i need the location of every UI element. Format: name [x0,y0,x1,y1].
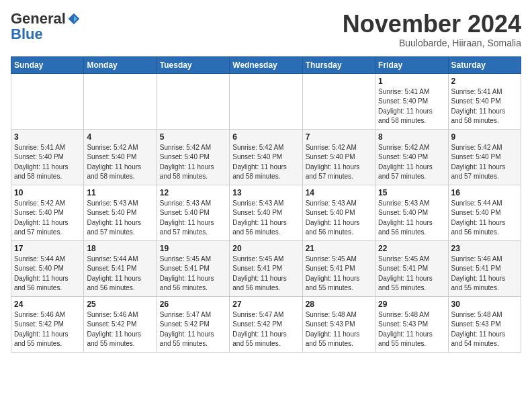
day-info: Sunrise: 5:42 AM Sunset: 5:40 PM Dayligh… [306,143,372,182]
day-info: Sunrise: 5:41 AM Sunset: 5:40 PM Dayligh… [14,143,81,182]
day-number: 17 [14,244,81,253]
day-number: 27 [232,300,299,309]
calendar-cell: 23Sunrise: 5:46 AM Sunset: 5:41 PM Dayli… [448,240,521,296]
day-number: 28 [306,300,372,309]
calendar-week-row: 3Sunrise: 5:41 AM Sunset: 5:40 PM Daylig… [11,129,521,185]
day-info: Sunrise: 5:43 AM Sunset: 5:40 PM Dayligh… [306,199,372,238]
day-number: 29 [378,300,445,309]
calendar-cell: 29Sunrise: 5:48 AM Sunset: 5:43 PM Dayli… [375,296,448,352]
day-header-thursday: Thursday [302,56,375,73]
day-number: 10 [14,188,81,197]
day-number: 30 [451,300,518,309]
day-number: 8 [378,132,445,142]
calendar-cell: 6Sunrise: 5:42 AM Sunset: 5:40 PM Daylig… [230,129,302,185]
day-number: 25 [87,300,153,309]
day-number: 14 [306,188,372,197]
calendar-cell: 25Sunrise: 5:46 AM Sunset: 5:42 PM Dayli… [84,296,157,352]
day-number: 7 [306,132,372,142]
day-number: 13 [232,188,299,197]
day-info: Sunrise: 5:42 AM Sunset: 5:40 PM Dayligh… [160,143,226,182]
calendar-cell: 9Sunrise: 5:42 AM Sunset: 5:40 PM Daylig… [448,129,521,185]
calendar-cell: 16Sunrise: 5:44 AM Sunset: 5:40 PM Dayli… [448,185,521,240]
calendar-cell: 22Sunrise: 5:45 AM Sunset: 5:41 PM Dayli… [375,240,448,296]
logo-general: General [11,11,66,27]
day-number: 11 [87,188,153,197]
calendar-cell: 8Sunrise: 5:42 AM Sunset: 5:40 PM Daylig… [375,129,448,185]
month-title: November 2024 [343,11,521,38]
calendar-cell: 20Sunrise: 5:45 AM Sunset: 5:41 PM Dayli… [230,240,302,296]
day-info: Sunrise: 5:47 AM Sunset: 5:42 PM Dayligh… [160,310,226,349]
calendar-cell: 7Sunrise: 5:42 AM Sunset: 5:40 PM Daylig… [302,129,375,185]
day-info: Sunrise: 5:44 AM Sunset: 5:40 PM Dayligh… [451,199,518,238]
day-info: Sunrise: 5:43 AM Sunset: 5:40 PM Dayligh… [87,199,153,238]
day-info: Sunrise: 5:44 AM Sunset: 5:41 PM Dayligh… [87,255,153,293]
day-info: Sunrise: 5:48 AM Sunset: 5:43 PM Dayligh… [306,310,372,349]
day-info: Sunrise: 5:46 AM Sunset: 5:42 PM Dayligh… [87,310,153,349]
day-header-friday: Friday [375,56,448,73]
day-number: 4 [87,132,153,142]
day-header-saturday: Saturday [448,56,521,73]
calendar-cell: 28Sunrise: 5:48 AM Sunset: 5:43 PM Dayli… [302,296,375,352]
calendar-cell [84,73,157,129]
day-info: Sunrise: 5:44 AM Sunset: 5:40 PM Dayligh… [14,255,81,293]
day-number: 3 [14,132,81,142]
day-info: Sunrise: 5:45 AM Sunset: 5:41 PM Dayligh… [378,255,445,293]
day-info: Sunrise: 5:48 AM Sunset: 5:43 PM Dayligh… [378,310,445,349]
day-number: 12 [160,188,226,197]
calendar-cell: 2Sunrise: 5:41 AM Sunset: 5:40 PM Daylig… [448,73,521,129]
calendar-week-row: 10Sunrise: 5:42 AM Sunset: 5:40 PM Dayli… [11,185,521,240]
calendar-cell [230,73,302,129]
calendar-cell [157,73,229,129]
page-header: General Blue November 2024 Buulobarde, H… [11,11,521,48]
day-number: 15 [378,188,445,197]
location: Buulobarde, Hiiraan, Somalia [343,38,521,48]
logo-icon [67,12,81,26]
day-info: Sunrise: 5:46 AM Sunset: 5:41 PM Dayligh… [451,255,518,293]
day-number: 23 [451,244,518,253]
day-info: Sunrise: 5:42 AM Sunset: 5:40 PM Dayligh… [87,143,153,182]
day-info: Sunrise: 5:45 AM Sunset: 5:41 PM Dayligh… [160,255,226,293]
day-info: Sunrise: 5:41 AM Sunset: 5:40 PM Dayligh… [378,87,445,126]
day-info: Sunrise: 5:45 AM Sunset: 5:41 PM Dayligh… [232,255,299,293]
calendar-cell: 1Sunrise: 5:41 AM Sunset: 5:40 PM Daylig… [375,73,448,129]
calendar-cell: 21Sunrise: 5:45 AM Sunset: 5:41 PM Dayli… [302,240,375,296]
calendar-cell: 3Sunrise: 5:41 AM Sunset: 5:40 PM Daylig… [11,129,84,185]
day-info: Sunrise: 5:43 AM Sunset: 5:40 PM Dayligh… [160,199,226,238]
day-number: 6 [232,132,299,142]
day-info: Sunrise: 5:42 AM Sunset: 5:40 PM Dayligh… [451,143,518,182]
calendar-week-row: 17Sunrise: 5:44 AM Sunset: 5:40 PM Dayli… [11,240,521,296]
calendar-table: SundayMondayTuesdayWednesdayThursdayFrid… [11,56,521,353]
day-info: Sunrise: 5:43 AM Sunset: 5:40 PM Dayligh… [378,199,445,238]
day-number: 20 [232,244,299,253]
day-number: 19 [160,244,226,253]
calendar-cell: 30Sunrise: 5:48 AM Sunset: 5:43 PM Dayli… [448,296,521,352]
day-number: 18 [87,244,153,253]
day-header-monday: Monday [84,56,157,73]
calendar-cell [11,73,84,129]
title-block: November 2024 Buulobarde, Hiiraan, Somal… [343,11,521,48]
calendar-cell: 15Sunrise: 5:43 AM Sunset: 5:40 PM Dayli… [375,185,448,240]
calendar-cell: 4Sunrise: 5:42 AM Sunset: 5:40 PM Daylig… [84,129,157,185]
day-info: Sunrise: 5:46 AM Sunset: 5:42 PM Dayligh… [14,310,81,349]
calendar-cell: 10Sunrise: 5:42 AM Sunset: 5:40 PM Dayli… [11,185,84,240]
calendar-cell: 13Sunrise: 5:43 AM Sunset: 5:40 PM Dayli… [230,185,302,240]
day-info: Sunrise: 5:42 AM Sunset: 5:40 PM Dayligh… [232,143,299,182]
calendar-week-row: 24Sunrise: 5:46 AM Sunset: 5:42 PM Dayli… [11,296,521,352]
day-header-wednesday: Wednesday [230,56,302,73]
calendar-cell: 27Sunrise: 5:47 AM Sunset: 5:42 PM Dayli… [230,296,302,352]
day-info: Sunrise: 5:47 AM Sunset: 5:42 PM Dayligh… [232,310,299,349]
day-number: 9 [451,132,518,142]
day-header-sunday: Sunday [11,56,84,73]
day-number: 16 [451,188,518,197]
day-info: Sunrise: 5:45 AM Sunset: 5:41 PM Dayligh… [306,255,372,293]
calendar-cell: 24Sunrise: 5:46 AM Sunset: 5:42 PM Dayli… [11,296,84,352]
calendar-cell: 12Sunrise: 5:43 AM Sunset: 5:40 PM Dayli… [157,185,229,240]
logo-text: General [11,11,81,27]
calendar-cell: 18Sunrise: 5:44 AM Sunset: 5:41 PM Dayli… [84,240,157,296]
day-number: 2 [451,77,518,86]
day-number: 24 [14,300,81,309]
calendar-cell: 19Sunrise: 5:45 AM Sunset: 5:41 PM Dayli… [157,240,229,296]
logo-blue: Blue [11,27,43,42]
calendar-header-row: SundayMondayTuesdayWednesdayThursdayFrid… [11,56,521,73]
day-number: 5 [160,132,226,142]
